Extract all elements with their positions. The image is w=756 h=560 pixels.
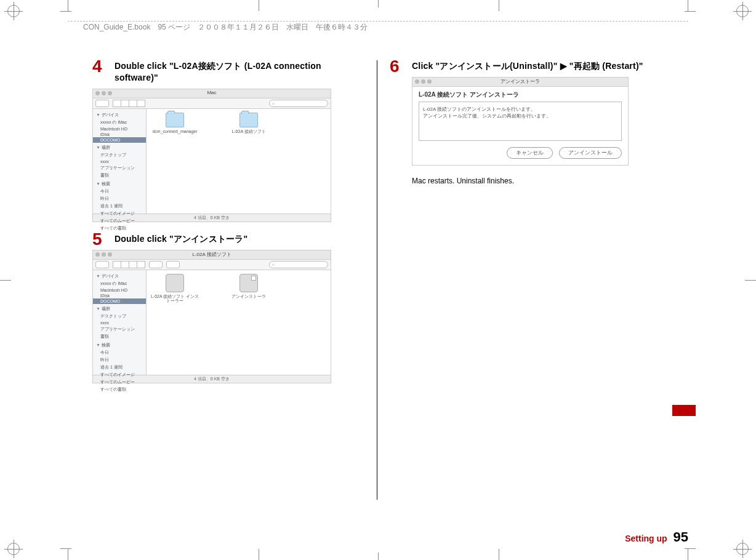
folder-label: L-02A 接続ソフト [231,129,265,134]
section-tab-red [672,405,696,416]
dialog-heading: L-02A 接続ソフト アンインストーラ [419,90,622,99]
step-6: 6 Click "アンインストール(Uninstall)" ▶ "再起動 (Re… [390,60,664,72]
sidebar-item: 今日 [93,188,146,195]
folder-icon [239,113,258,127]
step-number: 4 [92,58,102,75]
dialog-line: L-02A 接続ソフトのアンインストールを行います。 [423,106,617,113]
folder-item: L-02A 接続ソフト [224,113,273,134]
sidebar-heading: ▼ デバイス [93,110,146,119]
registration-mark [736,5,749,17]
sidebar-item: Macintosh HD [93,126,146,132]
folder-label: dcm_connect_manager [152,129,197,134]
crop-mark [0,280,11,281]
screenshot-finder-mac: Mac ⌕ ▼ デバイス xxxxx の iMac Macintosh HD i… [92,89,331,222]
sidebar-item: iDisk [93,293,146,298]
back-forward-icon [95,100,109,107]
sidebar-item: xxxxx の iMac [93,280,146,287]
sidebar-item: 過去 1 週間 [93,202,146,210]
step-5: 5 Double click "アンインストーラ" [92,233,366,245]
back-forward-icon [95,261,109,268]
step-text: Double click "L-02A接続ソフト (L-02A connecti… [115,60,366,84]
sidebar-item: アプリケーション [93,326,146,333]
crop-mark [68,549,68,560]
registration-mark [7,543,20,555]
sidebar-item-selected: DOCOMO [93,298,146,304]
folder-item: dcm_connect_manager [150,113,199,134]
running-header: CON_Guide_E.book 95 ページ ２００８年１１月２６日 水曜日 … [68,11,688,33]
right-column: 6 Click "アンインストール(Uninstall)" ▶ "再起動 (Re… [390,60,664,500]
window-titlebar: Mac [93,89,331,98]
uninstaller-icon [239,274,258,292]
uninstall-button[interactable]: アンインストール [559,147,622,159]
left-column: 4 Double click "L-02A接続ソフト (L-02A connec… [92,60,366,500]
registration-mark [7,5,20,17]
page-footer: Setting up 95 [625,529,688,545]
search-icon: ⌕ [272,262,275,266]
sidebar-item: Macintosh HD [93,287,146,293]
dialog-message-box: L-02A 接続ソフトのアンインストールを行います。 アンインストール完了後、シ… [419,102,622,141]
folder-icon [166,113,184,127]
crop-mark [68,0,68,11]
page: CON_Guide_E.book 95 ページ ２００８年１１月２６日 水曜日 … [0,0,756,560]
section-label: Setting up [625,534,667,543]
registration-mark [736,543,749,555]
sidebar-item: iDisk [93,132,146,137]
item-label: L-02A 接続ソフト インストーラー [150,294,199,303]
finder-main-pane: dcm_connect_manager L-02A 接続ソフト [147,109,331,214]
sidebar-item: xxxxx の iMac [93,119,146,126]
step-number: 6 [390,58,400,75]
crop-mark [688,549,688,560]
sidebar-heading: ▼ 場所 [93,304,146,313]
step-text: Click "アンインストール(Uninstall)" ▶ "再起動 (Rest… [412,60,664,72]
crop-mark [688,0,688,11]
view-switcher-icon [113,100,145,107]
finder-sidebar: ▼ デバイス xxxxx の iMac Macintosh HD iDisk D… [93,109,147,214]
content-area: 4 Double click "L-02A接続ソフト (L-02A connec… [92,60,664,500]
header-dashed-line [68,21,688,22]
column-divider [377,60,377,500]
sidebar-item: 書類 [93,172,146,179]
window-title: Mac [93,90,331,95]
sidebar-item: すべての書類 [93,386,146,393]
sidebar-item: デスクトップ [93,151,146,159]
page-number: 95 [674,529,688,545]
step-note: Mac restarts. Uninstall finishes. [412,177,664,185]
sidebar-item: xxxx [93,159,146,164]
sidebar-heading: ▼ 検索 [93,179,146,188]
dialog-line: アンインストール完了後、システムの再起動を行います。 [423,113,617,119]
crop-mark [259,549,259,560]
sidebar-item: xxxx [93,320,146,326]
step-4: 4 Double click "L-02A接続ソフト (L-02A connec… [92,60,366,84]
sidebar-heading: ▼ 場所 [93,143,146,151]
sidebar-item: アプリケーション [93,164,146,172]
finder-toolbar: ⌕ [93,98,331,109]
sidebar-item: 昨日 [93,195,146,202]
sidebar-item: 今日 [93,349,146,356]
crop-mark [259,0,259,11]
screenshot-finder-l02a: L-02A 接続ソフト ⌕ ▼ デバイス xxxxx の iMac Mac [92,250,331,383]
sidebar-heading: ▼ デバイス [93,271,146,280]
screenshot-uninstall-dialog: アンインストーラ L-02A 接続ソフト アンインストーラ L-02A 接続ソフ… [412,77,629,166]
sidebar-item: 過去 1 週間 [93,364,146,371]
search-field: ⌕ [269,100,328,107]
sidebar-item: すべてのムービー [93,378,146,386]
crop-mark [745,280,756,281]
finder-main-pane: L-02A 接続ソフト インストーラー アンインストーラ [147,270,331,375]
sidebar-item: すべてのムービー [93,217,146,225]
step-text: Double click "アンインストーラ" [115,233,366,245]
sidebar-item: 昨日 [93,356,146,364]
search-field: ⌕ [269,261,328,268]
sidebar-item: すべてのイメージ [93,371,146,378]
crop-mark [378,0,379,7]
window-titlebar: アンインストーラ [412,78,628,87]
cancel-button[interactable]: キャンセル [507,147,553,159]
sidebar-item-selected: DOCOMO [93,137,146,143]
package-icon [166,274,184,292]
finder-sidebar: ▼ デバイス xxxxx の iMac Macintosh HD iDisk D… [93,270,147,375]
window-titlebar: L-02A 接続ソフト [93,250,331,260]
view-switcher-icon [113,261,145,268]
crop-mark [378,553,379,560]
action-gear-icon [166,261,180,268]
quicklook-icon [149,261,163,268]
sidebar-item: すべてのイメージ [93,210,146,217]
